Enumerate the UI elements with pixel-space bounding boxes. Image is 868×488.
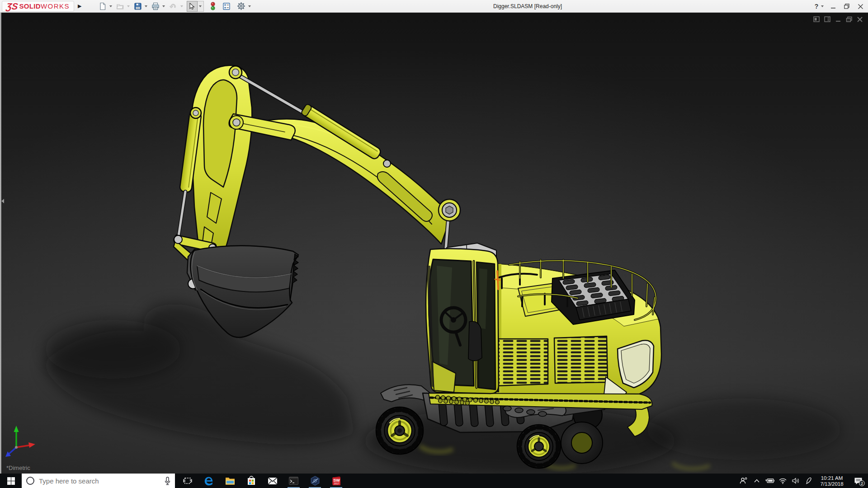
save-button[interactable] [132,1,143,12]
clock-time: 10:21 AM [816,475,848,481]
print-icon [151,2,160,10]
store-icon [247,476,256,486]
file-explorer-icon [225,477,235,485]
solidworks-logo[interactable]: ƷS SOLID WORKS [2,1,74,12]
command-prompt-button[interactable] [283,474,304,488]
wifi-icon [779,478,787,484]
volume-button[interactable] [789,474,802,488]
close-button[interactable] [854,0,867,13]
search-input[interactable] [39,477,160,485]
pen-icon [806,477,812,484]
people-button[interactable] [737,474,750,488]
task-view-button[interactable] [177,474,198,488]
save-icon [134,2,142,10]
restore-button[interactable] [840,0,854,13]
network-button[interactable] [776,474,789,488]
options-gear-icon [237,2,245,10]
print-button[interactable] [150,1,161,12]
new-document-icon [99,2,107,10]
store-button[interactable] [241,474,262,488]
open-button[interactable] [115,1,126,12]
command-prompt-icon [289,477,298,485]
document-title: Digger.SLDASM [Read-only] [493,3,562,9]
undo-button[interactable] [168,1,179,12]
solidworks-app-icon: SW 2017 [331,476,341,486]
cad-viewer-hexagon-icon [310,476,320,486]
windows-taskbar: SW 2017 [0,474,868,488]
select-cursor-icon [189,3,195,10]
taskbar-clock[interactable]: 10:21 AM 7/13/2018 [816,475,848,487]
microphone-icon[interactable] [164,477,171,485]
view-orientation-label: *Dimetric [6,465,30,471]
clock-date: 7/13/2018 [816,481,848,487]
solidworks-glyph-icon: ƷS [6,2,19,11]
mail-button[interactable] [262,474,283,488]
standard-toolbar [97,1,254,12]
pen-button[interactable] [802,474,816,488]
engine-grille-left [495,339,548,386]
cortana-icon [26,476,35,485]
wheel-front-left [376,407,423,454]
battery-button[interactable] [763,474,776,488]
undo-icon [169,2,178,10]
graphics-area[interactable]: *Dimetric [0,13,868,474]
select-button[interactable] [187,1,198,12]
speaker-icon [792,478,800,484]
engine-grille-right [554,336,608,383]
excavator-model[interactable] [0,13,868,474]
reference-triad [5,426,35,457]
taskbar-search[interactable] [22,474,175,488]
excavator-arm [174,66,460,338]
cab [426,249,500,394]
open-folder-icon [116,2,124,10]
brand-works: WORKS [41,2,70,10]
notification-badge: 2 [859,480,865,486]
windows-logo-icon [7,477,15,485]
edge-icon [204,476,214,486]
menu-flyout-arrow-icon[interactable]: ▶ [78,3,81,9]
edge-button[interactable] [198,474,219,488]
help-button[interactable]: ? [813,0,826,13]
select-dropdown[interactable] [198,1,204,12]
chevron-up-icon [754,479,760,483]
task-view-icon [183,477,192,485]
cad-viewer-button[interactable] [304,474,326,488]
file-properties-button[interactable] [221,1,232,12]
file-properties-icon [222,2,231,10]
titlebar: ƷS SOLID WORKS ▶ [0,0,868,13]
minimize-button[interactable] [826,0,840,13]
svg-text:2017: 2017 [334,482,339,485]
options-button[interactable] [236,1,247,12]
file-explorer-button[interactable] [219,474,241,488]
rebuild-button[interactable] [208,1,217,12]
wheel-rear-left [517,425,561,468]
people-icon [740,477,747,484]
new-document-button[interactable] [97,1,108,12]
rebuild-traffic-light-icon [210,2,216,10]
mail-icon [268,477,278,485]
solidworks-button[interactable]: SW 2017 [326,474,347,488]
battery-icon [765,478,774,483]
hidden-icons-button[interactable] [750,474,763,488]
brand-solid: SOLID [19,2,41,10]
svg-text:SW: SW [333,478,340,483]
start-button[interactable] [0,474,22,488]
action-center-button[interactable]: 2 [848,474,868,488]
